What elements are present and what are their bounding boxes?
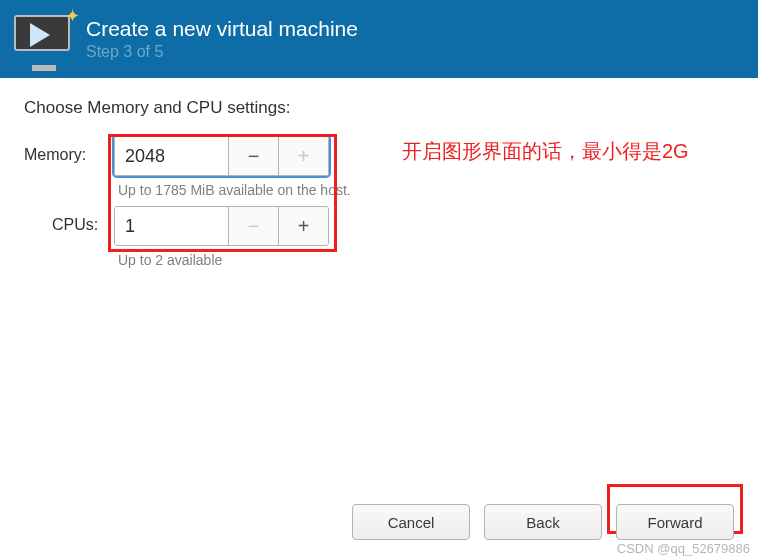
header-text: Create a new virtual machine Step 3 of 5: [86, 17, 744, 61]
memory-stepper[interactable]: − +: [114, 136, 329, 176]
watermark: CSDN @qq_52679886: [617, 541, 750, 556]
cpus-decrement-button[interactable]: −: [228, 207, 278, 245]
cpus-increment-button[interactable]: +: [278, 207, 328, 245]
vm-monitor-icon: ✦: [14, 15, 72, 63]
memory-hint: Up to 1785 MiB available on the host.: [118, 182, 351, 198]
wizard-title: Create a new virtual machine: [86, 17, 744, 41]
cpus-label: CPUs:: [24, 206, 114, 234]
memory-input[interactable]: [115, 137, 228, 175]
cpus-stepper[interactable]: − +: [114, 206, 329, 246]
wizard-footer: Cancel Back Forward: [352, 504, 734, 540]
wizard-step: Step 3 of 5: [86, 43, 744, 61]
cpus-row: CPUs: − + Up to 2 available: [24, 206, 734, 268]
cpus-input[interactable]: [115, 207, 228, 245]
cpus-hint: Up to 2 available: [118, 252, 329, 268]
wizard-header: ✦ Create a new virtual machine Step 3 of…: [0, 0, 758, 78]
forward-button[interactable]: Forward: [616, 504, 734, 540]
memory-decrement-button[interactable]: −: [228, 137, 278, 175]
back-button[interactable]: Back: [484, 504, 602, 540]
memory-label: Memory:: [24, 136, 114, 164]
cancel-button[interactable]: Cancel: [352, 504, 470, 540]
memory-row: Memory: − + Up to 1785 MiB available on …: [24, 136, 734, 198]
memory-increment-button[interactable]: +: [278, 137, 328, 175]
section-heading: Choose Memory and CPU settings:: [24, 98, 734, 118]
wizard-body: Choose Memory and CPU settings: Memory: …: [0, 78, 758, 268]
